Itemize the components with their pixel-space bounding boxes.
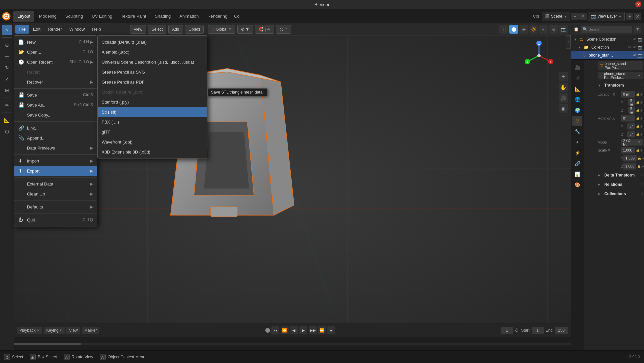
props-tab-object[interactable]: ▽ [572,116,582,126]
viewport-hand[interactable]: ✋ [559,83,568,92]
menu-file[interactable]: File [15,25,29,34]
location-x-field[interactable]: 0 m [621,91,635,98]
viewlayer-add-icon[interactable]: + [626,13,633,20]
location-x-anim[interactable]: ◆ [640,93,643,96]
viewport-mode-rendered[interactable]: 🔆 [529,25,538,34]
viewport-render-icon[interactable]: ◉ [559,104,568,113]
props-tab-material[interactable]: 🎨 [572,180,582,190]
menu-render[interactable]: Render [44,25,65,34]
scene-add-icon[interactable]: + [571,13,579,20]
scale-x-lock[interactable]: 🔒 [636,149,640,152]
location-z-lock[interactable]: 🔒 [636,109,640,112]
toolbar-pivot[interactable]: ⊙ ▼ [237,25,253,34]
menu-edit[interactable]: Edit [30,25,44,34]
toolbar-view[interactable]: View [130,25,146,34]
workspace-tab-animation[interactable]: Animation [175,11,203,22]
viewport-camera-toggle[interactable]: 📷 [559,25,568,34]
file-menu-defaults[interactable]: Defaults ▶ [14,202,97,212]
rotation-z-field[interactable]: 0° [627,131,635,138]
rotation-mode-field[interactable]: XYZ Eul... ▼ [621,139,643,146]
viewlayer-remove-icon[interactable]: ✕ [634,13,641,20]
data-name-dropdown[interactable]: ▼ [638,74,641,77]
workspace-tab-uv-editing[interactable]: UV Editing [88,11,116,22]
workspace-tab-texture-paint[interactable]: Texture Paint [117,11,150,22]
tool-annotate[interactable]: ✏ [2,100,12,111]
location-y-lock[interactable]: 🔒 [636,101,640,104]
export-fbx[interactable]: FBX ( ...) [98,117,207,127]
file-menu-clean-up[interactable]: Clean Up ▶ [14,189,97,199]
workspace-tab-co[interactable]: Co [232,11,242,22]
location-x-lock[interactable]: 🔒 [636,93,640,96]
toolbar-proportional[interactable]: ◎ ⌃ [276,25,291,34]
close-button[interactable]: ✕ [635,1,641,7]
scale-x-anim[interactable]: ◆ [640,149,643,152]
workspace-tab-shading[interactable]: Shading [151,11,175,22]
tool-measure[interactable]: 📐 [2,115,12,126]
timeline-next-frame[interactable]: ▶▶ [309,326,317,334]
export-grease-svg[interactable]: Grease Pencil as SVG [98,67,207,77]
workspace-tab-rendering[interactable]: Rendering [203,11,231,22]
outliner-search[interactable]: 🔍 [581,26,632,33]
timeline-jump-end[interactable]: ⏭ [327,326,335,334]
outliner-item-phone-stand[interactable]: ▽ phone_stan... 👁 📷 [571,51,644,59]
scene-selector[interactable]: 🎬 Scene ▼ [542,12,570,21]
export-x3d[interactable]: X3D Extensible 3D (.x3d) [98,147,207,157]
export-grease-pdf[interactable]: Grease Pencil as PDF [98,77,207,87]
start-frame-field[interactable]: 1 [532,327,544,334]
tool-select[interactable]: ↖ [2,25,12,35]
props-tab-modifiers[interactable]: 🔧 [572,127,582,137]
tool-cursor[interactable]: ⊕ [2,40,12,50]
props-tab-render[interactable]: 🎥 [572,63,582,73]
props-tab-output[interactable]: 🖨 [572,73,582,83]
file-menu-save-copy[interactable]: Save Copy... [14,110,97,120]
timeline-scroll-thumb[interactable] [14,343,81,345]
outliner-item-collection[interactable]: ▼ 📁 Collection ☑ 👁 📷 [571,43,644,51]
file-menu-new[interactable]: 📄 New Ctrl N ▶ [14,37,97,47]
scale-z-anim[interactable]: ◆ [642,165,644,168]
phone-stand-cam[interactable]: 📷 [638,53,643,58]
viewport-mode-solid[interactable]: ⬤ [509,25,518,34]
location-y-anim[interactable]: ◆ [640,101,643,104]
viewport-overlay-toggle[interactable]: ◱ [539,25,548,34]
outliner-item-scene-collection[interactable]: ▼ 🗂 Scene Collection 👁 📷 [571,35,644,43]
rotation-x-anim[interactable]: ◆ [640,117,643,120]
collection-checkbox[interactable]: ☑ [628,45,631,50]
location-z-field[interactable]: 0 m [628,107,635,114]
rotation-x-lock[interactable]: 🔒 [636,117,640,120]
export-alembic[interactable]: Alembic (.abc) [98,47,207,57]
file-menu-recover[interactable]: Recover ▶ [14,77,97,87]
scale-y-field[interactable]: 1.000 [623,155,637,162]
file-menu-quit[interactable]: ⏻ Quit Ctrl Q [14,215,97,225]
props-tab-physics[interactable]: ⚡ [572,148,582,158]
props-tab-scene[interactable]: 🌐 [572,95,582,105]
end-frame-field[interactable]: 250 [555,327,568,334]
file-menu-append[interactable]: 📎 Append... [14,133,97,143]
menu-window[interactable]: Window [66,25,88,34]
scene-collection-cam[interactable]: 📷 [638,37,643,42]
export-gltf[interactable]: glTF [98,127,207,137]
scene-remove-icon[interactable]: ✕ [579,13,587,20]
scale-y-anim[interactable]: ◆ [642,157,644,160]
export-stanford[interactable]: Stanford (.ply) [98,97,207,107]
rotation-x-field[interactable]: 0° [621,115,635,122]
timeline-view-btn[interactable]: View [66,327,80,334]
scale-x-field[interactable]: 1.000 [621,147,635,154]
props-tab-constraints[interactable]: 🔗 [572,159,582,169]
file-menu-open[interactable]: 📂 Open... Ctrl O [14,47,97,57]
rotation-y-anim[interactable]: ◆ [640,125,643,128]
transform-header[interactable]: ▼ Transform ⠿ [598,81,643,89]
rotation-y-field[interactable]: 0° [627,123,635,130]
data-name-field[interactable]: ⬡ phone_stand-PartPocke... ▼ [598,72,643,79]
file-menu-import[interactable]: ⬇ Import ▶ [14,156,97,166]
timeline-playback-btn[interactable]: Playback ▼ [17,327,42,334]
scale-z-field[interactable]: 1.000 [623,163,637,170]
timeline-keying-btn[interactable]: Keying ▼ [44,327,65,334]
props-tab-particles[interactable]: ✦ [572,137,582,147]
menu-help[interactable]: Help [89,25,104,34]
rotation-z-lock[interactable]: 🔒 [636,133,640,136]
props-tab-world[interactable]: 🌍 [572,105,582,115]
file-menu-open-recent[interactable]: 🕐 Open Recent Shift Ctrl O ▶ [14,57,97,67]
phone-stand-eye[interactable]: 👁 [633,53,637,58]
tool-move[interactable]: ✛ [2,51,12,62]
file-menu-data-previews[interactable]: Data Previews ▶ [14,143,97,153]
